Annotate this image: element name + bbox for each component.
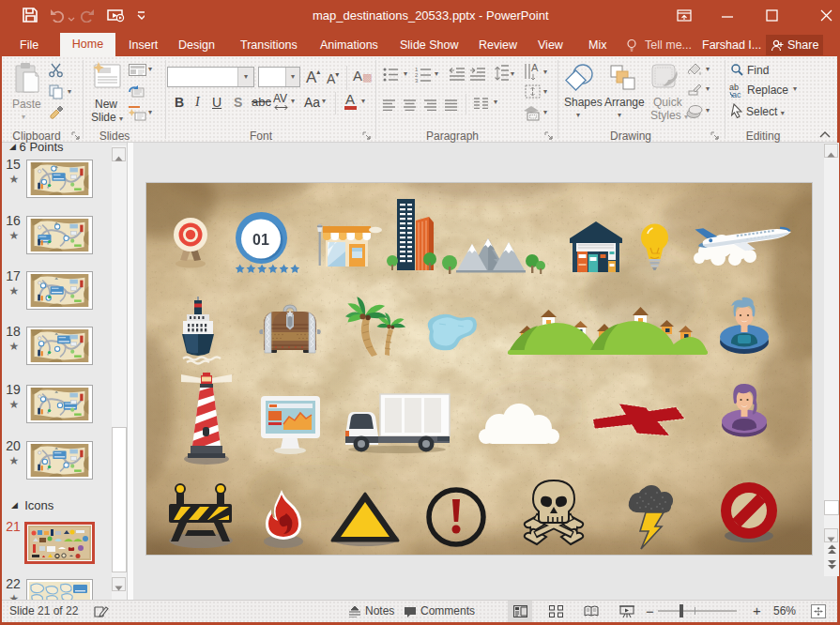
svg-text:ac: ac [732, 90, 741, 98]
svg-text:01: 01 [252, 232, 269, 248]
svg-text:A: A [531, 62, 539, 73]
svg-text:3: 3 [415, 78, 419, 84]
